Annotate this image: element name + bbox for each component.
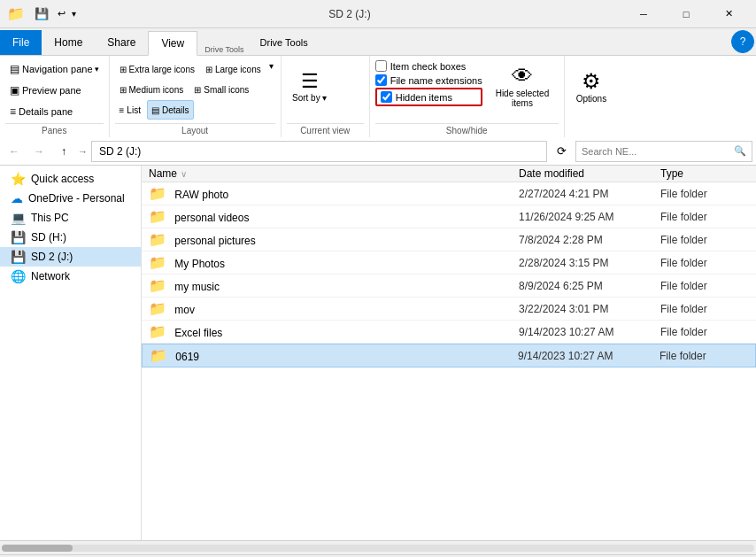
table-row[interactable]: 📁 my music 8/9/2024 6:25 PM File folder: [142, 275, 756, 298]
network-icon: 🌐: [11, 269, 26, 283]
details-pane-icon: ≡: [10, 105, 16, 118]
options-icon: ⚙: [582, 69, 601, 94]
file-date: 7/8/2024 2:28 PM: [519, 234, 660, 246]
folder-icon: 📁: [149, 209, 166, 224]
search-input[interactable]: [582, 146, 734, 157]
table-row[interactable]: 📁 0619 9/14/2023 10:27 AM File folder: [142, 344, 756, 367]
column-header-date[interactable]: Date modified: [519, 167, 660, 180]
details-button[interactable]: ▤ Details: [147, 100, 194, 120]
options-items: ⚙ Options: [570, 59, 613, 121]
table-row[interactable]: 📁 personal videos 11/26/2024 9:25 AM Fil…: [142, 205, 756, 228]
large-icons-button[interactable]: ⊞ Large icons: [201, 59, 266, 79]
window-controls: ─ □ ✕: [623, 0, 749, 28]
save-icon[interactable]: 💾: [32, 4, 51, 23]
file-date: 9/14/2023 10:27 AM: [519, 326, 660, 338]
back-button[interactable]: ←: [4, 141, 25, 162]
layout-expand-btn[interactable]: ▾: [267, 59, 275, 79]
file-list-header: Name ∨ Date modified Type: [142, 166, 756, 182]
help-button[interactable]: ?: [731, 30, 754, 53]
layout-row3: ≡ List ▤ Details: [115, 100, 275, 120]
preview-pane-button[interactable]: ▣ Preview pane: [5, 81, 104, 100]
column-header-type[interactable]: Type: [660, 167, 749, 180]
sort-by-button[interactable]: ☰ Sort by ▾: [287, 59, 333, 112]
hidden-items-checkbox[interactable]: Hidden items: [375, 88, 482, 106]
maximize-button[interactable]: □: [666, 0, 706, 28]
icon-large: ⊞: [205, 65, 212, 74]
sidebar-item-label: This PC: [31, 212, 69, 224]
ribbon-group-options: ⚙ Options _: [565, 56, 618, 137]
tab-drive-tools[interactable]: Drive Tools: [248, 30, 320, 55]
icon-extra-large: ⊞: [120, 65, 127, 74]
refresh-button[interactable]: ⟳: [551, 141, 572, 162]
title-bar: 📁 💾 ↩ ▾ SD 2 (J:) ─ □ ✕: [0, 0, 756, 28]
sidebar-item-quick-access[interactable]: ⭐ Quick access: [0, 169, 141, 189]
close-button[interactable]: ✕: [708, 0, 749, 28]
ribbon-group-show-hide: Item check boxes File name extensions Hi…: [370, 56, 565, 137]
search-box[interactable]: 🔍: [575, 141, 752, 162]
table-row[interactable]: 📁 Excel files 9/14/2023 10:27 AM File fo…: [142, 321, 756, 344]
icon-details: ▤: [151, 105, 159, 115]
sidebar-item-label: Network: [31, 270, 70, 282]
file-type: File folder: [660, 350, 748, 362]
sidebar-item-onedrive[interactable]: ☁ OneDrive - Personal: [0, 189, 141, 208]
file-date: 9/14/2023 10:27 AM: [518, 350, 660, 362]
ribbon-group-current-view: ☰ Sort by ▾ Current view: [282, 56, 370, 137]
folder-icon: 📁: [149, 324, 166, 339]
sidebar-item-sd-h[interactable]: 💾 SD (H:): [0, 228, 141, 247]
file-name-extensions-checkbox[interactable]: File name extensions: [375, 73, 482, 87]
address-path[interactable]: SD 2 (J:): [91, 141, 547, 162]
hide-selected-items-button[interactable]: 👁 Hide selecteditems: [490, 59, 556, 112]
item-checkboxes-checkbox[interactable]: Item check boxes: [375, 59, 482, 73]
folder-icon: 📁: [149, 255, 166, 270]
minimize-button[interactable]: ─: [623, 0, 664, 28]
navigation-pane-button[interactable]: ▤ Navigation pane ▾: [5, 59, 104, 79]
scrollbar-track[interactable]: [2, 545, 754, 552]
sidebar-item-sd-j[interactable]: 💾 SD 2 (J:): [0, 247, 141, 267]
breadcrumb: SD 2 (J:): [99, 145, 141, 158]
tab-share[interactable]: Share: [95, 30, 148, 55]
up-button[interactable]: ↑: [53, 141, 74, 162]
table-row[interactable]: 📁 mov 3/22/2024 3:01 PM File folder: [142, 298, 756, 321]
show-hide-checkboxes: Item check boxes File name extensions Hi…: [375, 59, 482, 106]
file-date: 8/9/2024 6:25 PM: [519, 280, 660, 292]
scrollbar-thumb[interactable]: [2, 545, 73, 552]
table-row[interactable]: 📁 RAW photo 2/27/2024 4:21 PM File folde…: [142, 182, 756, 205]
file-date: 2/28/2024 3:15 PM: [519, 257, 660, 269]
tab-home[interactable]: Home: [42, 30, 95, 55]
tab-file[interactable]: File: [0, 30, 42, 55]
item-checkboxes-input[interactable]: [375, 60, 387, 72]
this-pc-icon: 💻: [11, 211, 26, 225]
sort-by-icon: ☰: [301, 70, 319, 93]
details-pane-button[interactable]: ≡ Details pane: [5, 102, 104, 121]
file-type: File folder: [660, 188, 749, 200]
medium-icons-button[interactable]: ⊞ Medium icons: [115, 80, 189, 99]
hidden-items-input[interactable]: [381, 91, 392, 103]
file-date: 3/22/2024 3:01 PM: [519, 303, 660, 315]
file-name-extensions-input[interactable]: [375, 74, 387, 86]
horizontal-scrollbar[interactable]: [0, 540, 756, 554]
current-view-label: Current view: [287, 123, 364, 135]
sidebar-item-this-pc[interactable]: 💻 This PC: [0, 208, 141, 228]
tab-view[interactable]: View: [148, 31, 197, 56]
small-icons-button[interactable]: ⊞ Small icons: [189, 80, 253, 99]
quick-access-toolbar: 📁 💾 ↩ ▾: [7, 4, 76, 23]
options-button[interactable]: ⚙ Options: [570, 59, 613, 112]
column-header-name[interactable]: Name ∨: [149, 167, 519, 180]
forward-button[interactable]: →: [28, 141, 50, 162]
table-row[interactable]: 📁 My Photos 2/28/2024 3:15 PM File folde…: [142, 251, 756, 275]
sidebar-item-label: Quick access: [31, 173, 94, 185]
table-row[interactable]: 📁 personal pictures 7/8/2024 2:28 PM Fil…: [142, 228, 756, 251]
panes-items: ▤ Navigation pane ▾ ▣ Preview pane ≡ Det…: [5, 59, 104, 121]
undo-icon[interactable]: ↩: [55, 5, 68, 22]
show-hide-items: Item check boxes File name extensions Hi…: [375, 59, 559, 121]
list-button[interactable]: ≡ List: [115, 100, 145, 120]
file-type: File folder: [660, 257, 749, 269]
sd-j-icon: 💾: [11, 250, 26, 264]
sidebar-item-label: OneDrive - Personal: [28, 192, 125, 205]
file-list: Name ∨ Date modified Type 📁 RAW photo 2/…: [142, 166, 756, 540]
icon-medium: ⊞: [120, 85, 127, 95]
extra-large-icons-button[interactable]: ⊞ Extra large icons: [115, 59, 199, 79]
file-type: File folder: [660, 326, 749, 338]
sidebar-item-network[interactable]: 🌐 Network: [0, 267, 141, 286]
file-date: 11/26/2024 9:25 AM: [519, 211, 660, 223]
